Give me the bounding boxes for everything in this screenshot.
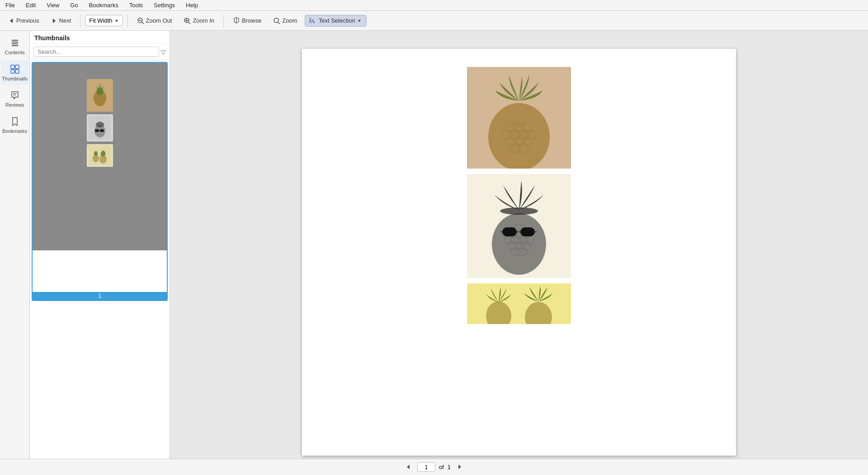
browse-icon xyxy=(233,17,240,24)
zoom-view-icon xyxy=(273,17,280,24)
zoom-button[interactable]: Zoom xyxy=(269,15,302,26)
svg-marker-17 xyxy=(358,20,361,22)
page-of-label: of xyxy=(439,464,444,470)
toolbar: Previous Next Fit Width Zoom Out Zoom In xyxy=(0,11,868,31)
svg-rect-72 xyxy=(502,227,517,236)
page-total-label: 1 xyxy=(448,464,451,470)
separator-2 xyxy=(127,14,128,27)
menu-edit[interactable]: Edit xyxy=(24,1,38,9)
thumbnails-search-input[interactable] xyxy=(33,47,159,57)
text-selection-icon: A xyxy=(310,17,317,24)
svg-line-5 xyxy=(142,22,144,24)
main-layout: Contents Thumbnails Reviews Bookmarks xyxy=(0,31,868,475)
thumb-page-number: 1 xyxy=(33,292,167,300)
menu-bar: File Edit View Go Bookmarks Tools Settin… xyxy=(0,0,868,11)
svg-rect-24 xyxy=(11,70,14,73)
reviews-icon xyxy=(10,90,20,100)
page-number-input[interactable] xyxy=(417,462,435,472)
pineapple-sunglasses-svg xyxy=(467,174,571,278)
pineapple-image-3 xyxy=(467,283,571,324)
previous-button[interactable]: Previous xyxy=(4,15,44,26)
bookmarks-icon xyxy=(10,117,20,127)
sidebar-icons: Contents Thumbnails Reviews Bookmarks xyxy=(0,31,30,475)
svg-marker-2 xyxy=(115,20,118,22)
menu-file[interactable]: File xyxy=(4,1,17,9)
thumb-pineapple-1 xyxy=(89,81,111,110)
zoom-out-button[interactable]: Zoom Out xyxy=(132,15,177,26)
sidebar-item-thumbnails[interactable]: Thumbnails xyxy=(1,61,28,85)
svg-line-12 xyxy=(278,22,280,24)
pineapple-small-svg xyxy=(467,283,571,324)
page-next-icon xyxy=(457,464,462,470)
pineapple-top-svg xyxy=(467,67,571,169)
svg-rect-36 xyxy=(95,129,99,132)
svg-rect-25 xyxy=(15,70,19,73)
svg-rect-39 xyxy=(89,146,111,165)
page-prev-button[interactable] xyxy=(403,462,414,472)
svg-point-43 xyxy=(488,103,550,169)
menu-settings[interactable]: Settings xyxy=(152,1,177,9)
pineapple-image-1 xyxy=(467,67,571,169)
svg-rect-22 xyxy=(11,65,14,69)
svg-marker-0 xyxy=(10,19,13,23)
zoom-in-icon xyxy=(184,17,191,24)
thumbnails-panel: Thumbnails ▽ xyxy=(30,31,170,475)
svg-line-9 xyxy=(189,22,190,24)
previous-icon xyxy=(8,18,14,24)
svg-marker-1 xyxy=(53,19,56,23)
browse-button[interactable]: Browse xyxy=(228,15,266,26)
pineapple-images xyxy=(467,67,571,328)
thumbnails-header: Thumbnails xyxy=(30,31,170,44)
zoom-in-button[interactable]: Zoom In xyxy=(179,15,219,26)
thumb-pineapple-2 xyxy=(89,116,111,140)
svg-text:A: A xyxy=(311,18,315,24)
svg-point-58 xyxy=(492,213,546,275)
thumbnails-search-bar: ▽ xyxy=(30,44,170,60)
thumbnails-icon xyxy=(10,64,20,74)
svg-rect-23 xyxy=(15,65,19,69)
pineapple-image-2 xyxy=(467,174,571,278)
zoom-out-icon xyxy=(137,17,144,24)
page-prev-icon xyxy=(406,464,411,470)
sidebar-item-reviews[interactable]: Reviews xyxy=(1,87,28,111)
menu-help[interactable]: Help xyxy=(184,1,200,9)
thumb-pineapple-3 xyxy=(89,146,111,165)
filter-icon[interactable]: ▽ xyxy=(161,48,166,56)
separator-1 xyxy=(80,14,80,27)
svg-rect-78 xyxy=(467,283,571,324)
next-button[interactable]: Next xyxy=(47,15,76,26)
svg-marker-81 xyxy=(407,465,410,469)
thumbnails-list: 1 xyxy=(30,60,170,475)
next-icon xyxy=(51,18,57,24)
contents-icon xyxy=(10,38,20,48)
page-next-button[interactable] xyxy=(454,462,465,472)
text-selection-dropdown-icon xyxy=(357,19,362,23)
dropdown-icon xyxy=(114,19,119,23)
text-selection-button[interactable]: A Text Selection xyxy=(305,15,367,27)
sidebar-item-bookmarks[interactable]: Bookmarks xyxy=(1,113,28,137)
fit-width-button[interactable]: Fit Width xyxy=(85,15,123,26)
page-canvas xyxy=(302,49,736,456)
bottom-nav: of 1 xyxy=(0,459,868,475)
menu-view[interactable]: View xyxy=(45,1,61,9)
menu-tools[interactable]: Tools xyxy=(127,1,145,9)
svg-point-11 xyxy=(274,18,278,23)
svg-rect-73 xyxy=(520,227,535,236)
thumbnail-page-1[interactable]: 1 xyxy=(32,62,168,301)
svg-point-77 xyxy=(500,207,538,215)
svg-rect-37 xyxy=(100,129,104,132)
menu-go[interactable]: Go xyxy=(68,1,80,9)
menu-bookmarks[interactable]: Bookmarks xyxy=(87,1,120,9)
svg-marker-82 xyxy=(458,465,461,469)
main-content[interactable] xyxy=(170,31,868,475)
sidebar-item-contents[interactable]: Contents xyxy=(1,34,28,59)
thumb-preview-upper xyxy=(33,63,167,250)
separator-3 xyxy=(223,14,224,27)
